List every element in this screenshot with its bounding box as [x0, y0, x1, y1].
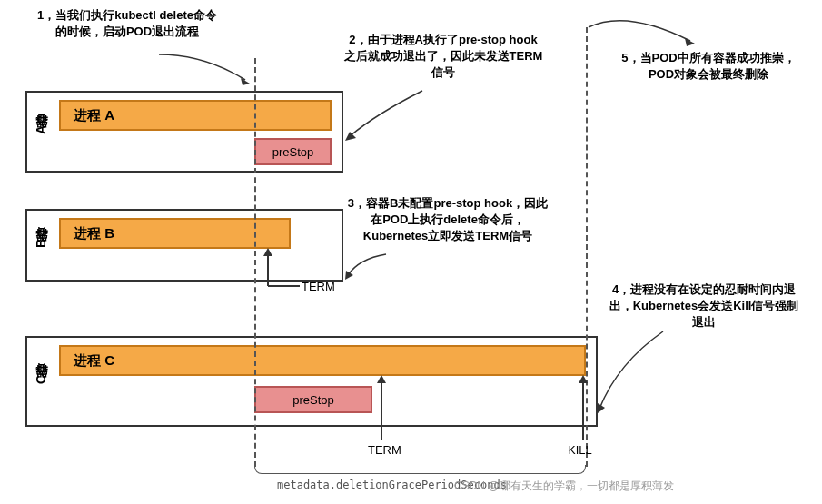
annotation-1: 1，当我们执行kubectl delete命令的时候，启动POD退出流程	[36, 7, 218, 40]
svg-marker-11	[685, 38, 695, 46]
prestop-a: preStop	[254, 138, 332, 165]
term-label-b: TERM	[302, 280, 335, 293]
dashed-end	[586, 27, 588, 467]
container-c-label: 容器 C	[33, 375, 49, 388]
container-a-label: 容器 A	[33, 125, 49, 138]
annotation-2: 2，由于进程A执行了pre-stop hook之后就成功退出了，因此未发送TER…	[343, 32, 543, 82]
arrow-3	[341, 250, 395, 286]
prestop-c: preStop	[254, 386, 372, 413]
annotation-4: 4，进程没有在设定的忍耐时间内退出，Kubernetes会发送Kill信号强制退…	[604, 282, 804, 331]
svg-marker-7	[241, 78, 250, 85]
arrow-4	[590, 327, 672, 418]
svg-marker-10	[598, 403, 605, 413]
dashed-start	[254, 58, 256, 467]
process-c-bar: 进程 C	[59, 345, 586, 376]
annotation-3: 3，容器B未配置pre-stop hook，因此在POD上执行delete命令后…	[343, 195, 552, 245]
annotation-5: 5，当POD中所有容器成功推崇，POD对象会被最终删除	[618, 50, 799, 83]
arrow-1	[150, 45, 259, 91]
svg-marker-9	[345, 271, 353, 280]
watermark: CSDN @哪有天生的学霸，一切都是厚积薄发	[454, 479, 674, 494]
svg-marker-8	[345, 132, 356, 141]
process-a-bar: 进程 A	[59, 100, 332, 131]
term-label-c: TERM	[368, 443, 401, 457]
arrow-2	[341, 86, 431, 150]
grace-period-bracket	[254, 465, 586, 474]
container-b-label: 容器 B	[33, 239, 49, 252]
kill-label-c: KILL	[568, 443, 592, 457]
